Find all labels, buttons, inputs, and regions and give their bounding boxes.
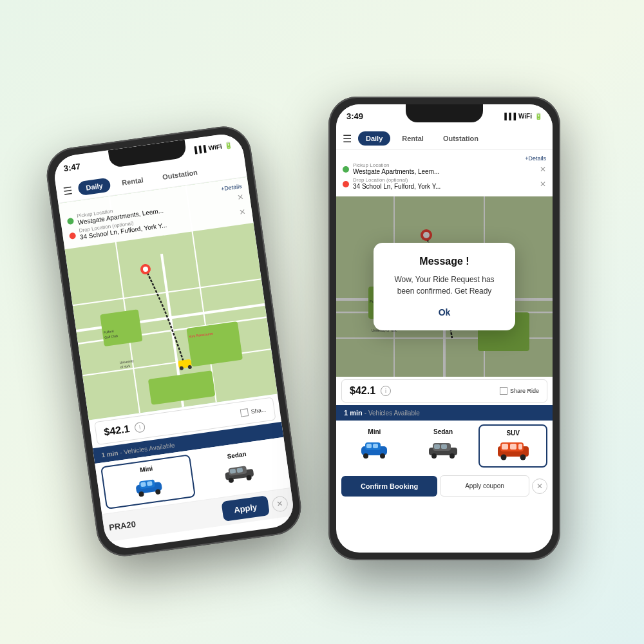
phone-2: 3:49 ▐▐▐ WiFi 🔋 ☰ Daily Rental Outstatio…: [328, 97, 560, 560]
svg-point-61: [500, 455, 506, 460]
phone-1-drop-dot: [69, 232, 76, 239]
phone-2-pickup-value: Westgate Apartments, Leem...: [353, 168, 536, 175]
phone-2-vehicles-header: 1 min - Vehicles Available: [336, 405, 553, 421]
phone-2-drop-dot: [343, 181, 349, 187]
svg-rect-51: [366, 444, 372, 448]
scene: 3:47 ▐▐▐ WiFi 🔋 ☰ Daily Rental Outstatio…: [32, 32, 612, 612]
phone-2-price: $42.1: [350, 385, 375, 397]
phone-2-vehicle-suv-name: SUV: [482, 430, 544, 437]
phone-2-wifi: WiFi: [518, 113, 532, 120]
phone-1-coupon-code[interactable]: PRA20: [108, 507, 219, 533]
phone-1-tab-outstation[interactable]: Outstation: [154, 164, 206, 185]
svg-rect-64: [510, 444, 516, 450]
svg-rect-63: [502, 444, 508, 450]
phone-2-share-checkbox[interactable]: [500, 387, 507, 395]
phone-2-time: 3:49: [346, 111, 363, 121]
phone-2-vehicle-mini-name: Mini: [344, 428, 405, 435]
phone-2-dialog-box: Message ! Wow, Your Ride Request has bee…: [374, 243, 515, 330]
svg-rect-58: [441, 444, 447, 449]
phone-2-close-circle[interactable]: ✕: [532, 478, 547, 494]
phone-2-battery: 🔋: [535, 113, 542, 120]
svg-point-50: [380, 453, 385, 459]
phone-2-vehicle-suv-img: [482, 439, 544, 462]
phone-1-apply-button[interactable]: Apply: [221, 495, 270, 522]
phone-2-tab-daily[interactable]: Daily: [358, 131, 390, 146]
phone-2-vehicle-sedan-name: Sedan: [413, 428, 474, 435]
phone-2-vehicle-suv[interactable]: SUV: [478, 424, 547, 468]
phone-1-drop-clear[interactable]: ✕: [238, 207, 246, 216]
phone-1-info-icon[interactable]: i: [134, 422, 146, 433]
phone-2-price-bar: $42.1 i Share Ride: [341, 379, 547, 402]
phone-2-tab-bar: ☰ Daily Rental Outstation: [336, 128, 553, 150]
phone-2-status-icons: ▐▐▐ WiFi 🔋: [502, 113, 542, 120]
phone-2-confirm-button[interactable]: Confirm Booking: [341, 476, 437, 497]
phone-2-pickup-input[interactable]: Pickup Location Westgate Apartments, Lee…: [353, 163, 536, 175]
svg-rect-57: [434, 444, 440, 449]
phone-1-share-label: Sha...: [251, 406, 267, 415]
svg-point-49: [363, 453, 368, 459]
svg-rect-25: [140, 482, 146, 487]
phone-2-confirm-bar: Confirm Booking Apply coupon ✕: [336, 471, 553, 500]
phone-2-signal: ▐▐▐: [502, 113, 516, 120]
phone-2-vehicles-row: Mini Sedan: [336, 421, 553, 471]
phone-2-dialog-title: Message !: [389, 256, 500, 267]
phone-1-map-area: +Details Pickup Location Westgate Apartm…: [58, 177, 277, 421]
phone-1-share-checkbox[interactable]: [240, 408, 249, 417]
phone-2-pickup-row: Pickup Location Westgate Apartments, Lee…: [343, 163, 546, 175]
svg-rect-9: [186, 321, 243, 367]
phone-2-vehicle-mini-img: [344, 438, 405, 461]
phone-1-hamburger-icon[interactable]: ☰: [62, 184, 73, 197]
phone-2-drop-input[interactable]: Drop Location (optional) 34 School Ln, F…: [353, 178, 536, 190]
phone-2-share-label: Share Ride: [510, 388, 539, 394]
phone-2-info-icon[interactable]: i: [381, 386, 391, 396]
svg-rect-65: [518, 444, 522, 450]
phone-1-share-ride: Sha...: [240, 406, 267, 417]
phone-2-vehicle-sedan[interactable]: Sedan: [410, 424, 477, 468]
phone-1-tab-rental[interactable]: Rental: [113, 172, 152, 191]
phone-1-vehicle-mini[interactable]: Mini: [100, 454, 196, 509]
svg-point-56: [450, 453, 455, 459]
phone-2-dialog-overlay: Message ! Wow, Your Ride Request has bee…: [336, 196, 553, 377]
svg-rect-26: [147, 481, 153, 486]
phone-1-close-coupon[interactable]: ✕: [271, 495, 289, 512]
phone-1-pickup-dot: [67, 217, 74, 224]
phone-1-status-icons: ▐▐▐ WiFi 🔋: [192, 141, 232, 154]
phone-2-drop-row: Drop Location (optional) 34 School Ln, F…: [343, 178, 546, 190]
phone-2-drop-clear[interactable]: ✕: [540, 180, 546, 189]
svg-rect-31: [230, 469, 236, 474]
phone-2-map-area: Fulford Golf Club University of York Yor…: [336, 196, 553, 377]
phone-1-tab-daily[interactable]: Daily: [77, 177, 111, 196]
phone-2-screen: 3:49 ▐▐▐ WiFi 🔋 ☰ Daily Rental Outstatio…: [336, 104, 553, 553]
phone-2-tab-outstation[interactable]: Outstation: [435, 131, 486, 146]
phone-1: 3:47 ▐▐▐ WiFi 🔋 ☰ Daily Rental Outstatio…: [43, 123, 305, 560]
phone-1-price: $42.1: [103, 423, 130, 438]
phone-2-pickup-clear[interactable]: ✕: [540, 165, 546, 174]
phone-1-vehicle-sedan[interactable]: Sedan: [193, 442, 285, 497]
phone-2-notch: [406, 104, 483, 122]
svg-point-55: [431, 453, 437, 459]
phone-2-dialog-ok[interactable]: Ok: [389, 307, 500, 317]
svg-point-62: [520, 455, 526, 460]
phone-2-dialog-message: Wow, Your Ride Request has been confirme…: [389, 274, 500, 297]
phone-2-drop-label: Drop Location (optional): [353, 178, 536, 183]
phone-1-time: 3:47: [63, 161, 81, 173]
phone-1-battery: 🔋: [224, 141, 232, 149]
phone-1-signal: ▐▐▐: [192, 145, 207, 154]
phone-2-pickup-label: Pickup Location: [353, 163, 536, 168]
phone-1-screen: 3:47 ▐▐▐ WiFi 🔋 ☰ Daily Rental Outstatio…: [52, 131, 296, 551]
svg-rect-32: [236, 468, 243, 473]
phone-2-coupon-button[interactable]: Apply coupon: [440, 475, 529, 497]
phone-2-tab-rental[interactable]: Rental: [394, 131, 431, 146]
phone-2-vehicle-sedan-img: [413, 438, 474, 461]
phone-2-details-link[interactable]: +Details: [343, 155, 546, 162]
phone-2-hamburger-icon[interactable]: ☰: [343, 133, 352, 145]
svg-rect-52: [373, 444, 378, 448]
phone-2-drop-value: 34 School Ln, Fulford, York Y...: [353, 183, 536, 190]
phone-2-location-panel: +Details Pickup Location Westgate Apartm…: [336, 150, 553, 196]
phone-2-share-ride: Share Ride: [500, 387, 539, 395]
phone-1-pickup-clear[interactable]: ✕: [236, 192, 244, 202]
phone-2-pickup-dot: [343, 166, 349, 173]
svg-rect-8: [100, 309, 142, 346]
phone-1-wifi: WiFi: [208, 142, 222, 151]
phone-2-vehicle-mini[interactable]: Mini: [341, 424, 408, 468]
